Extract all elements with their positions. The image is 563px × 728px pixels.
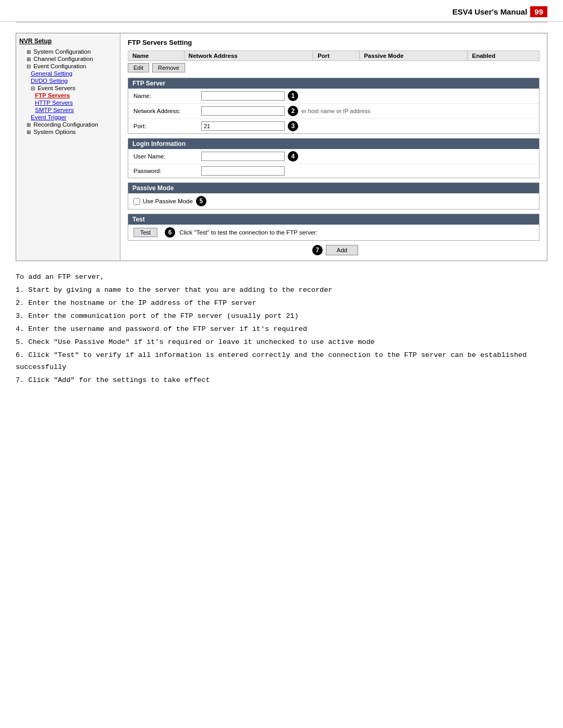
- step-7: 7. Click "Add" for the settings to take …: [16, 375, 547, 387]
- col-network: Network Address: [184, 51, 313, 61]
- expand-icon-event: ⊟: [27, 64, 31, 69]
- sidebar-item-general-setting[interactable]: General Setting: [19, 70, 117, 77]
- sidebar-item-event-config[interactable]: ⊟ Event Configuration: [19, 63, 117, 70]
- network-input[interactable]: [201, 106, 285, 116]
- sidebar-item-channel-config[interactable]: ⊞ Channel Configuration: [19, 55, 117, 63]
- passive-checkbox[interactable]: [133, 198, 140, 205]
- badge-3: 3: [288, 121, 298, 131]
- expand-icon-system-options: ⊞: [27, 129, 31, 135]
- manual-title: ESV4 User's Manual: [452, 7, 528, 16]
- col-passive: Passive Mode: [360, 51, 468, 61]
- network-hint: er host name or IP address: [301, 108, 370, 114]
- expand-icon-event-servers: ⊟: [31, 85, 35, 91]
- port-row: Port: 3: [128, 119, 539, 133]
- port-input[interactable]: [201, 121, 285, 131]
- username-input[interactable]: [201, 152, 285, 161]
- password-row: Password:: [128, 164, 539, 178]
- network-row: Network Address: 2 er host name or IP ad…: [128, 104, 539, 119]
- passive-checkbox-row: Use Passive Mode 5: [128, 193, 539, 209]
- page-header: ESV4 User's Manual 99: [0, 0, 563, 22]
- edit-button[interactable]: Edit: [128, 63, 149, 72]
- expand-icon-recording: ⊞: [27, 122, 31, 128]
- passive-header: Passive Mode: [128, 183, 539, 193]
- username-row: User Name: 4: [128, 149, 539, 164]
- ftp-table: Name Network Address Port Passive Mode E…: [128, 51, 540, 61]
- sidebar-title: NVR Setup: [19, 38, 117, 45]
- name-input[interactable]: [201, 91, 285, 101]
- password-label: Password:: [133, 168, 201, 174]
- expand-icon-channel: ⊞: [27, 56, 31, 62]
- edit-remove-row: Edit Remove: [128, 63, 540, 72]
- badge-7: 7: [312, 245, 323, 255]
- network-label: Network Address:: [133, 108, 201, 114]
- sidebar-item-recording-config[interactable]: ⊞ Recording Configuration: [19, 121, 117, 128]
- sidebar-item-event-trigger[interactable]: Event Trigger: [19, 114, 117, 121]
- password-input[interactable]: [201, 166, 285, 176]
- header-divider: [16, 22, 547, 22]
- step-6: 6. Click "Test" to verify if all informa…: [16, 350, 547, 374]
- login-section: Login Information User Name: 4 Password:: [128, 138, 540, 178]
- col-port: Port: [313, 51, 360, 61]
- username-label: User Name:: [133, 153, 201, 159]
- test-row: Test 6 Click "Test" to test the connecti…: [128, 225, 539, 240]
- col-name: Name: [128, 51, 185, 61]
- test-hint: Click "Test" to test the connection to t…: [179, 229, 317, 236]
- test-header: Test: [128, 214, 539, 225]
- sidebar: NVR Setup ⊞ System Configuration ⊞ Chann…: [16, 33, 120, 261]
- instructions-intro: To add an FTP server,: [16, 272, 547, 283]
- badge-1: 1: [288, 91, 298, 101]
- ftp-server-header: FTP Server: [128, 78, 539, 89]
- sidebar-item-smtp-servers[interactable]: SMTP Servers: [19, 106, 117, 114]
- panel-title: FTP Servers Setting: [128, 39, 540, 47]
- step-1: 1. Start by giving a name to the server …: [16, 285, 547, 297]
- name-row: Name: 1: [128, 89, 539, 104]
- passive-label: Use Passive Mode: [143, 198, 193, 204]
- add-button[interactable]: Add: [326, 245, 358, 255]
- main-panel: FTP Servers Setting Name Network Address…: [120, 33, 547, 261]
- step-5: 5. Check "Use Passive Mode" if it's requ…: [16, 337, 547, 349]
- expand-icon-system: ⊞: [27, 49, 31, 55]
- content-wrapper: NVR Setup ⊞ System Configuration ⊞ Chann…: [16, 33, 547, 261]
- remove-button[interactable]: Remove: [152, 63, 185, 72]
- ftp-server-section: FTP Server Name: 1 Network Address: 2 er…: [128, 78, 540, 134]
- badge-5: 5: [196, 196, 206, 206]
- badge-6: 6: [165, 227, 175, 238]
- step-4: 4. Enter the username and password of th…: [16, 324, 547, 336]
- login-header: Login Information: [128, 139, 539, 149]
- badge-2: 2: [288, 106, 298, 116]
- badge-4: 4: [288, 151, 298, 162]
- sidebar-item-system-config[interactable]: ⊞ System Configuration: [19, 48, 117, 55]
- page-number: 99: [530, 6, 547, 17]
- port-label: Port:: [133, 123, 201, 129]
- sidebar-item-dido-setting[interactable]: DI/DO Setting: [19, 77, 117, 84]
- test-section: Test Test 6 Click "Test" to test the con…: [128, 214, 540, 241]
- add-row: 7 Add: [128, 245, 540, 255]
- sidebar-item-event-servers[interactable]: ⊟ Event Servers: [19, 84, 117, 92]
- passive-section: Passive Mode Use Passive Mode 5: [128, 182, 540, 209]
- step-2: 2. Enter the hostname or the IP address …: [16, 298, 547, 310]
- sidebar-item-http-servers[interactable]: HTTP Servers: [19, 99, 117, 106]
- instructions: To add an FTP server, 1. Start by giving…: [16, 272, 547, 386]
- test-button[interactable]: Test: [133, 228, 157, 237]
- sidebar-item-ftp-servers[interactable]: FTP Servers: [19, 92, 117, 99]
- sidebar-item-system-options[interactable]: ⊞ System Options: [19, 128, 117, 135]
- col-enabled: Enabled: [468, 51, 540, 61]
- name-label: Name:: [133, 93, 201, 99]
- step-3: 3. Enter the communication port of the F…: [16, 311, 547, 323]
